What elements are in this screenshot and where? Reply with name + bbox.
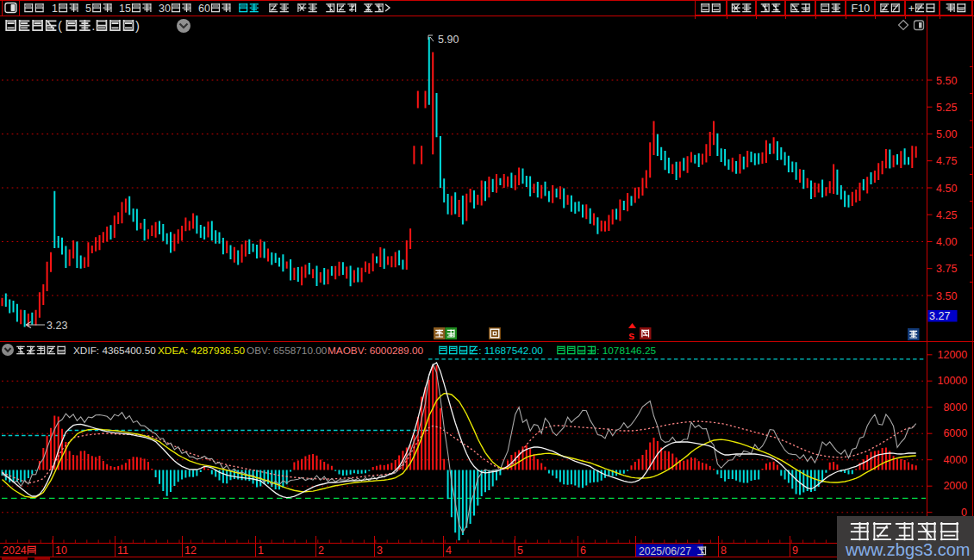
svg-text:3.75: 3.75 (936, 263, 957, 275)
svg-text:12000: 12000 (938, 349, 968, 361)
svg-text:8000: 8000 (943, 401, 967, 414)
svg-text:2000: 2000 (943, 480, 967, 492)
svg-text:5.50: 5.50 (936, 75, 957, 87)
svg-text:8: 8 (721, 544, 727, 557)
svg-text:www.zbgs3.com: www.zbgs3.com (845, 540, 971, 559)
svg-text:6: 6 (580, 544, 586, 557)
svg-text:XDIF: 4365400.50: XDIF: 4365400.50 (73, 345, 156, 357)
svg-text:4.50: 4.50 (936, 183, 957, 195)
svg-text:XDEA: 4287936.50: XDEA: 4287936.50 (158, 345, 245, 357)
svg-text:1: 1 (258, 544, 264, 557)
svg-text:4.25: 4.25 (936, 209, 957, 221)
svg-text:4.75: 4.75 (936, 155, 957, 167)
svg-text:11: 11 (117, 544, 128, 557)
svg-text:9: 9 (792, 544, 798, 557)
svg-text:2: 2 (318, 544, 324, 557)
svg-text:3.27: 3.27 (929, 310, 950, 322)
svg-text:(: ( (58, 18, 62, 33)
svg-text:2025/06/27: 2025/06/27 (639, 545, 691, 557)
svg-text:6000: 6000 (943, 427, 967, 439)
svg-text:3.23: 3.23 (47, 320, 67, 332)
svg-text:F10: F10 (852, 3, 871, 15)
svg-text:OBV: 6558710.00: OBV: 6558710.00 (247, 345, 328, 357)
svg-text:1: 1 (52, 3, 58, 15)
svg-text:3: 3 (377, 544, 383, 557)
svg-text:15: 15 (119, 3, 131, 15)
svg-text:30: 30 (159, 3, 171, 15)
svg-text:: 1078146.25: : 1078146.25 (596, 345, 656, 357)
svg-text:60: 60 (198, 3, 210, 15)
svg-text:4.00: 4.00 (936, 236, 957, 248)
svg-text:5.90: 5.90 (438, 34, 459, 46)
svg-text:4: 4 (446, 544, 452, 557)
svg-text:.: . (91, 18, 95, 33)
svg-text:12: 12 (184, 544, 197, 557)
svg-text:10: 10 (55, 544, 67, 557)
svg-text:): ) (135, 18, 140, 33)
svg-text:4000: 4000 (943, 454, 967, 466)
svg-text:: 11687542.00: : 11687542.00 (478, 345, 543, 357)
svg-text:5: 5 (517, 544, 523, 557)
svg-text:10000: 10000 (938, 375, 968, 387)
svg-text:5.25: 5.25 (936, 102, 957, 114)
svg-text:3.50: 3.50 (936, 290, 957, 302)
svg-text:5: 5 (85, 3, 91, 15)
svg-text:MAOBV: 6000289.00: MAOBV: 6000289.00 (328, 345, 423, 357)
svg-text:5.00: 5.00 (936, 128, 957, 140)
svg-text:2024: 2024 (3, 544, 27, 557)
svg-text:+: + (908, 3, 915, 15)
svg-text:s: s (628, 329, 634, 342)
